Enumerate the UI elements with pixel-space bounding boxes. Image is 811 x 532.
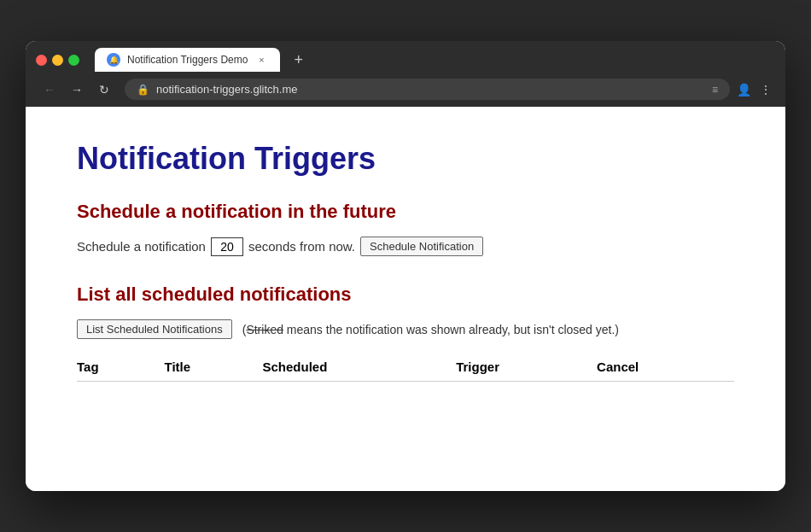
account-icon[interactable]: 👤 (737, 83, 751, 96)
col-scheduled: Scheduled (262, 353, 456, 382)
col-cancel: Cancel (597, 353, 734, 382)
back-button[interactable]: ← (39, 79, 60, 100)
col-tag: Tag (77, 353, 165, 382)
schedule-notification-button[interactable]: Schedule Notification (360, 237, 483, 256)
title-bar: 🔔 Notification Triggers Demo × + ← → ↻ 🔒… (26, 41, 785, 107)
list-section: List all scheduled notifications List Sc… (77, 284, 734, 382)
lock-icon: 🔒 (137, 84, 149, 96)
col-title: Title (165, 353, 263, 382)
col-trigger: Trigger (456, 353, 597, 382)
notifications-table: Tag Title Scheduled Trigger Cancel (77, 353, 734, 382)
url-bar[interactable]: 🔒 notification-triggers.glitch.me ≡ (125, 79, 730, 100)
menu-icon[interactable]: ⋮ (760, 83, 772, 96)
page-content: Notification Triggers Schedule a notific… (26, 107, 785, 491)
close-button[interactable] (36, 55, 47, 66)
schedule-section-title: Schedule a notification in the future (77, 201, 734, 223)
browser-window: 🔔 Notification Triggers Demo × + ← → ↻ 🔒… (26, 41, 785, 491)
schedule-label-after: seconds from now. (248, 239, 355, 254)
schedule-label-before: Schedule a notification (77, 239, 206, 254)
forward-button[interactable]: → (67, 79, 87, 100)
maximize-button[interactable] (68, 55, 79, 66)
schedule-row: Schedule a notification seconds from now… (77, 237, 734, 256)
tab-close-button[interactable]: × (254, 53, 268, 67)
strike-note: (Striked means the notification was show… (242, 323, 619, 336)
tab-title: Notification Triggers Demo (127, 54, 248, 66)
strike-word: Striked (246, 323, 283, 336)
tab-bar: 🔔 Notification Triggers Demo × + (26, 41, 785, 72)
address-bar: ← → ↻ 🔒 notification-triggers.glitch.me … (26, 72, 785, 107)
minimize-button[interactable] (52, 55, 63, 66)
list-notification-row: List Scheduled Notifications (Striked me… (77, 319, 734, 339)
new-tab-button[interactable]: + (287, 52, 310, 67)
toolbar-right: 👤 ⋮ (737, 83, 772, 96)
list-scheduled-notifications-button[interactable]: List Scheduled Notifications (77, 319, 232, 339)
window-controls (36, 55, 79, 66)
page-title: Notification Triggers (77, 141, 734, 177)
schedule-seconds-input[interactable] (211, 237, 243, 256)
strike-note-suffix: means the notification was shown already… (283, 323, 619, 336)
active-tab[interactable]: 🔔 Notification Triggers Demo × (95, 48, 280, 72)
reload-button[interactable]: ↻ (94, 79, 114, 100)
tab-favicon: 🔔 (107, 53, 120, 67)
list-section-title: List all scheduled notifications (77, 284, 734, 306)
url-text: notification-triggers.glitch.me (156, 83, 705, 96)
reader-mode-icon: ≡ (712, 84, 718, 96)
table-header-row: Tag Title Scheduled Trigger Cancel (77, 353, 734, 382)
